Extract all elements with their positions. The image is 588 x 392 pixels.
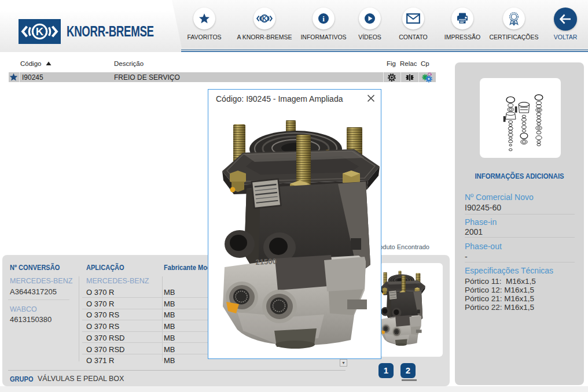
svg-text:i: i — [322, 14, 325, 23]
svg-text:K: K — [36, 25, 44, 38]
svg-text:K: K — [262, 15, 267, 22]
